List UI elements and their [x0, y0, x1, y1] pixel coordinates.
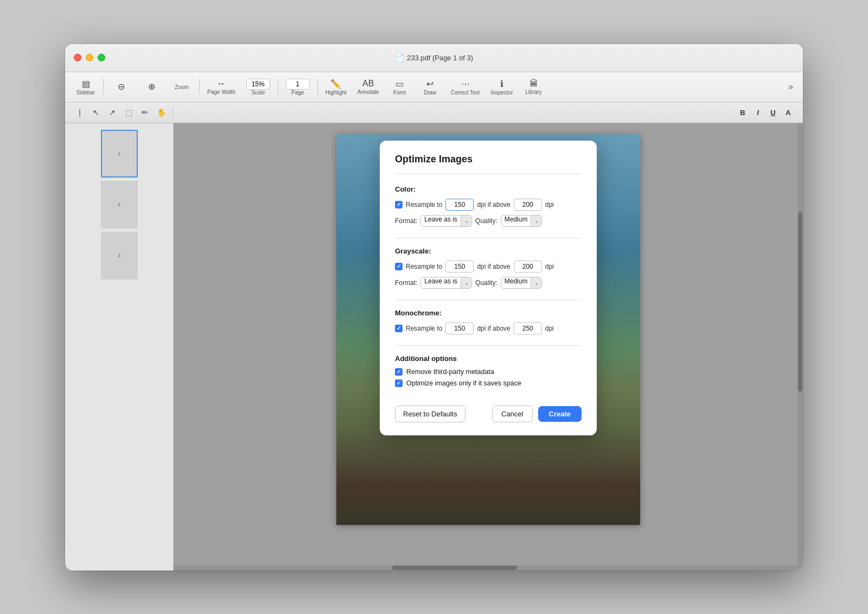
- window-title: 📄 233.pdf (Page 1 of 3): [395, 53, 473, 62]
- toolbar-annotate[interactable]: AB Annotate: [353, 77, 384, 97]
- zoom-in-icon: ⊕: [148, 81, 155, 92]
- tb-separator-3: [278, 78, 278, 96]
- dialog-overlay: Optimize Images Color: Resample to dpi i…: [336, 134, 640, 525]
- horizontal-scrollbar[interactable]: [174, 565, 797, 571]
- monochrome-resample-label: Resample to: [406, 325, 442, 332]
- draw-icon: ↩: [426, 79, 433, 89]
- grayscale-format-row: Format: Leave as is ⌄ Quality: Medium ⌄: [395, 277, 582, 289]
- color-format-value: Leave as is: [421, 216, 461, 226]
- color-quality-select[interactable]: Medium ⌄: [501, 215, 542, 227]
- thumb-num-2: 2: [118, 202, 120, 207]
- toolbar-zoom: Zoom: [168, 82, 196, 92]
- grayscale-resample-label: Resample to: [406, 263, 442, 270]
- toolbar-form[interactable]: ▭ Form: [386, 77, 414, 98]
- more-button[interactable]: »: [785, 82, 796, 92]
- thumbnail-sidebar: 1 2 3: [65, 123, 174, 571]
- horizontal-scrollbar-thumb[interactable]: [392, 566, 517, 570]
- toolbar-correct-text[interactable]: ⋯ Correct Text: [446, 77, 484, 98]
- vertical-scrollbar-thumb[interactable]: [798, 212, 802, 391]
- hand-tool-btn[interactable]: ✋: [154, 105, 168, 119]
- color-dpi-above-label: dpi if above: [477, 201, 510, 208]
- canvas-area: Optimize Images Color: Resample to dpi i…: [174, 123, 803, 571]
- select-tool-btn[interactable]: ↖: [89, 105, 103, 119]
- divider-1: [395, 238, 582, 238]
- library-icon: 🏛: [529, 79, 538, 88]
- color-resample-input[interactable]: [445, 199, 474, 211]
- create-button[interactable]: Create: [538, 406, 582, 422]
- page-thumb-2[interactable]: 2: [101, 181, 138, 229]
- monochrome-section-label: Monochrome:: [395, 309, 582, 317]
- grayscale-resample-input[interactable]: [445, 261, 474, 273]
- page-thumb-1[interactable]: 1: [101, 130, 138, 178]
- pdf-page: Optimize Images Color: Resample to dpi i…: [336, 134, 640, 525]
- optimize-images-dialog: Optimize Images Color: Resample to dpi i…: [380, 141, 597, 435]
- formatting-group: B I U A: [736, 105, 795, 119]
- optimize-label: Optimize images only if it saves space: [406, 379, 521, 387]
- page-thumb-3[interactable]: 3: [101, 232, 138, 280]
- bold-btn[interactable]: B: [736, 105, 750, 119]
- italic-btn[interactable]: I: [751, 105, 765, 119]
- maximize-button[interactable]: [98, 54, 105, 61]
- toolbar-inspector[interactable]: ℹ Inspector: [486, 77, 517, 98]
- toolbar-library[interactable]: 🏛 Library: [520, 77, 548, 97]
- toolbar-zoom-out[interactable]: ⊖: [107, 79, 135, 94]
- meta-checkbox[interactable]: [395, 368, 403, 376]
- monochrome-resample-input[interactable]: [445, 322, 474, 334]
- grayscale-format-label: Format:: [395, 279, 417, 287]
- toolbar-draw[interactable]: ↩ Draw: [416, 77, 444, 98]
- toolbar-page-width[interactable]: ↔ Page Width: [203, 77, 240, 97]
- toolbar-scale[interactable]: Scale: [242, 77, 275, 98]
- cancel-button[interactable]: Cancel: [492, 406, 532, 422]
- minimize-button[interactable]: [86, 54, 93, 61]
- tb-separator-1: [103, 78, 104, 96]
- monochrome-resample-checkbox[interactable]: [395, 325, 403, 332]
- toolbar-zoom-in[interactable]: ⊕: [137, 79, 165, 94]
- main-content: 1 2 3 Optimize Images Color:: [65, 123, 803, 571]
- pen-tool-btn[interactable]: ✏: [138, 105, 152, 119]
- grayscale-format-arrow: ⌄: [461, 277, 471, 288]
- grayscale-format-select[interactable]: Leave as is ⌄: [420, 277, 472, 289]
- color-resample-checkbox[interactable]: [395, 201, 403, 208]
- grayscale-resample-checkbox[interactable]: [395, 263, 403, 270]
- grayscale-dpi-above-input[interactable]: [514, 261, 542, 273]
- color-format-arrow: ⌄: [461, 216, 471, 226]
- color-format-row: Format: Leave as is ⌄ Quality: Medium ⌄: [395, 215, 582, 227]
- grayscale-quality-select[interactable]: Medium ⌄: [501, 277, 542, 289]
- color-quality-arrow: ⌄: [531, 216, 541, 226]
- grayscale-dpi-label: dpi: [545, 263, 554, 270]
- dialog-title: Optimize Images: [395, 154, 582, 174]
- mac-window: 📄 233.pdf (Page 1 of 3) ▤ Sidebar ⊖ ⊕ Zo…: [65, 44, 803, 571]
- divider-3: [395, 345, 582, 346]
- grayscale-quality-value: Medium: [501, 277, 531, 288]
- scale-input[interactable]: [246, 79, 270, 90]
- text-select-btn[interactable]: ↗: [105, 105, 119, 119]
- monochrome-dpi-above-label: dpi if above: [477, 325, 510, 332]
- color-quality-label: Quality:: [475, 217, 497, 225]
- toolbar: ▤ Sidebar ⊖ ⊕ Zoom ↔ Page Width Scale Pa…: [65, 72, 803, 103]
- color-dpi-above-input[interactable]: [514, 199, 542, 211]
- monochrome-resample-row: Resample to dpi if above dpi: [395, 322, 582, 334]
- font-btn[interactable]: A: [781, 105, 795, 119]
- form-icon: ▭: [395, 79, 404, 89]
- toolbar-page[interactable]: Page: [282, 77, 314, 98]
- window-controls: [74, 54, 105, 61]
- rect-select-btn[interactable]: ⬚: [122, 105, 136, 119]
- toolbar-highlight[interactable]: ✏️ Highlight: [321, 77, 351, 98]
- optimize-checkbox[interactable]: [395, 379, 403, 387]
- toolbar-sidebar[interactable]: ▤ Sidebar: [72, 77, 100, 98]
- color-section-label: Color:: [395, 185, 582, 193]
- cursor-mode-btn[interactable]: |: [73, 105, 87, 119]
- zoom-out-icon: ⊖: [118, 81, 125, 92]
- vertical-scrollbar[interactable]: [797, 123, 803, 571]
- optimize-row: Optimize images only if it saves space: [395, 379, 582, 387]
- color-format-select[interactable]: Leave as is ⌄: [420, 215, 472, 227]
- inspector-icon: ℹ: [500, 79, 503, 89]
- grayscale-format-value: Leave as is: [421, 277, 461, 288]
- additional-title: Additional options: [395, 355, 582, 363]
- page-input[interactable]: [286, 79, 310, 90]
- underline-btn[interactable]: U: [766, 105, 780, 119]
- close-button[interactable]: [74, 54, 81, 61]
- monochrome-dpi-above-input[interactable]: [514, 322, 542, 334]
- reset-button[interactable]: Reset to Defaults: [395, 406, 465, 422]
- page-width-icon: ↔: [217, 79, 226, 88]
